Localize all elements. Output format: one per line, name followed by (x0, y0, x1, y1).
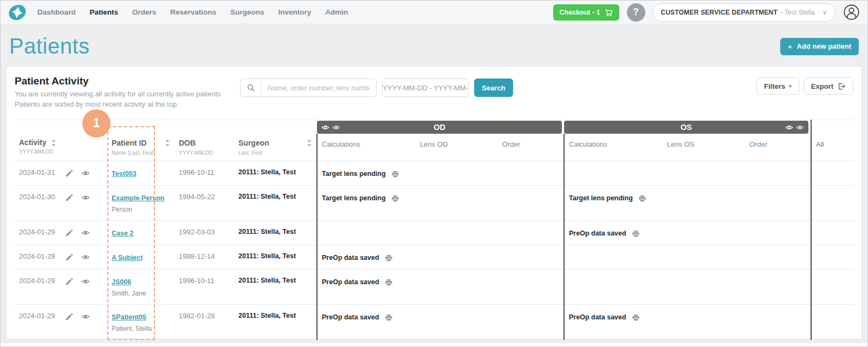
card-subtitle-1: You are currently viewing all activity f… (15, 89, 221, 100)
edit-patient-icon[interactable] (65, 312, 74, 321)
nav-item-patients[interactable]: Patients (90, 8, 119, 16)
cart-icon (604, 8, 613, 17)
account-department: CUSTOMER SERVICE DEPARTMENT (661, 9, 778, 16)
caret-down-icon: ▾ (789, 83, 792, 89)
navbar-right-group: Checkout - 1 ? CUSTOMER SERVICE DEPARTME… (553, 3, 860, 22)
activity-date: 2024-01-29 (15, 305, 61, 340)
export-icon (837, 82, 846, 90)
patient-id-link[interactable]: A Subject (112, 254, 142, 261)
export-button[interactable]: Export (804, 77, 853, 95)
col-surgeon-sub: Last, First (238, 150, 269, 156)
group-bar-row: OD (15, 120, 855, 134)
nav-item-orders[interactable]: Orders (132, 8, 156, 16)
surgeon-name: 20111: Stella, Test (234, 305, 317, 340)
patient-name: Patient, Stella (112, 325, 170, 332)
nav-item-surgeons[interactable]: Surgeons (230, 8, 264, 16)
surgeon-name: 20111: Stella, Test (234, 161, 317, 186)
edit-patient-icon[interactable] (65, 169, 74, 178)
col-activity-sub: YYYY-MM-DD (19, 149, 56, 155)
help-label: ? (633, 6, 639, 18)
search-input[interactable] (261, 79, 376, 96)
edit-patient-icon[interactable] (65, 277, 74, 286)
eye-hide-icon[interactable] (332, 123, 340, 132)
sort-icon[interactable] (165, 139, 170, 147)
od-calculation-status: PreOp data saved (322, 254, 393, 262)
table-row: 2024-01-29 SPatient05Patient, Stella 198… (15, 305, 855, 340)
edit-patient-icon[interactable] (65, 228, 74, 237)
nav-menu: Dashboard Patients Orders Reservations S… (37, 8, 348, 16)
edit-patient-icon[interactable] (65, 253, 74, 261)
col-dob-sub: YYYY-MM-DD (179, 150, 230, 156)
eye-hide-icon[interactable] (796, 123, 804, 132)
sort-icon[interactable] (51, 139, 56, 147)
surgeon-name: 20111: Stella, Test (234, 221, 317, 245)
top-navbar: Dashboard Patients Orders Reservations S… (1, 1, 867, 24)
view-patient-icon[interactable] (81, 253, 90, 261)
edit-patient-icon[interactable] (65, 193, 74, 202)
patient-dob: 1996-10-11 (174, 270, 234, 305)
patient-id-link[interactable]: Case 2 (112, 230, 133, 237)
print-icon[interactable] (391, 170, 400, 178)
export-label: Export (811, 82, 833, 90)
card-title: Patient Activity (15, 75, 221, 87)
card-title-block: Patient Activity You are currently viewi… (15, 75, 221, 110)
account-user: - Test Stella (781, 9, 814, 16)
col-os-calculations: Calculations (564, 134, 663, 161)
activity-date: 2024-01-29 (15, 245, 61, 270)
help-button[interactable]: ? (627, 3, 645, 22)
col-patient-id-label: Patient ID (112, 139, 147, 147)
view-patient-icon[interactable] (81, 193, 90, 202)
surgeon-name: 20111: Stella, Test (234, 270, 317, 305)
patient-dob: 1996-10-11 (174, 161, 234, 186)
nav-item-reservations[interactable]: Reservations (170, 8, 216, 16)
search-button[interactable]: Search (474, 78, 513, 97)
patient-id-link[interactable]: SPatient05 (112, 313, 146, 321)
patient-dob: 1992-03-03 (174, 221, 234, 245)
surgeon-name: 20111: Stella, Test (234, 245, 317, 270)
od-calculation-status: PreOp data saved (322, 313, 393, 322)
user-avatar-icon[interactable] (843, 4, 860, 21)
nav-item-admin[interactable]: Admin (325, 8, 348, 16)
add-new-patient-button[interactable]: + Add new patient (780, 38, 859, 55)
activity-date: 2024-01-29 (15, 221, 61, 245)
eye-show-icon[interactable] (785, 123, 793, 132)
os-calculation-status: Target lens pending (569, 194, 647, 202)
view-patient-icon[interactable] (81, 169, 90, 178)
os-calculation-status: PreOp data saved (569, 230, 640, 238)
od-visibility-toggles (321, 123, 340, 132)
view-patient-icon[interactable] (81, 312, 90, 321)
plus-icon: + (788, 42, 793, 51)
table-row: 2024-01-31 Test003 1996-10-11 20111: Ste… (15, 161, 855, 186)
print-icon[interactable] (384, 254, 393, 262)
print-icon[interactable] (638, 194, 647, 202)
print-icon[interactable] (391, 194, 400, 202)
od-calculation-status: Target lens pending (322, 170, 400, 178)
patient-id-link[interactable]: JS006 (112, 278, 131, 286)
filters-button[interactable]: Filters ▾ (756, 77, 799, 95)
nav-item-inventory[interactable]: Inventory (278, 8, 311, 16)
print-icon[interactable] (384, 313, 393, 322)
chevron-down-icon: ∨ (822, 8, 827, 16)
view-patient-icon[interactable] (81, 228, 90, 237)
account-selector[interactable]: CUSTOMER SERVICE DEPARTMENT - Test Stell… (653, 3, 835, 22)
page-header: Patients + Add new patient (1, 24, 867, 66)
checkout-button[interactable]: Checkout - 1 (553, 4, 619, 21)
print-icon[interactable] (631, 313, 640, 322)
add-new-patient-label: Add new patient (797, 42, 851, 50)
view-patient-icon[interactable] (81, 277, 90, 286)
patient-activity-table: OD (15, 120, 855, 341)
checkout-label: Checkout - 1 (560, 9, 600, 16)
eye-show-icon[interactable] (321, 123, 329, 132)
patient-id-link[interactable]: Example Person (112, 194, 164, 202)
sort-icon[interactable] (307, 139, 312, 147)
search-icon-button[interactable] (241, 79, 261, 96)
patient-id-link[interactable]: Test003 (112, 170, 137, 178)
os-visibility-toggles (785, 123, 804, 132)
app-logo-icon[interactable] (8, 3, 27, 22)
patient-dob: 1988-12-14 (174, 245, 234, 270)
nav-item-dashboard[interactable]: Dashboard (37, 8, 76, 16)
col-patient-id-sub: Name (Last, First) (112, 150, 155, 156)
date-range-input[interactable] (382, 78, 469, 97)
print-icon[interactable] (631, 230, 640, 238)
print-icon[interactable] (384, 278, 393, 286)
